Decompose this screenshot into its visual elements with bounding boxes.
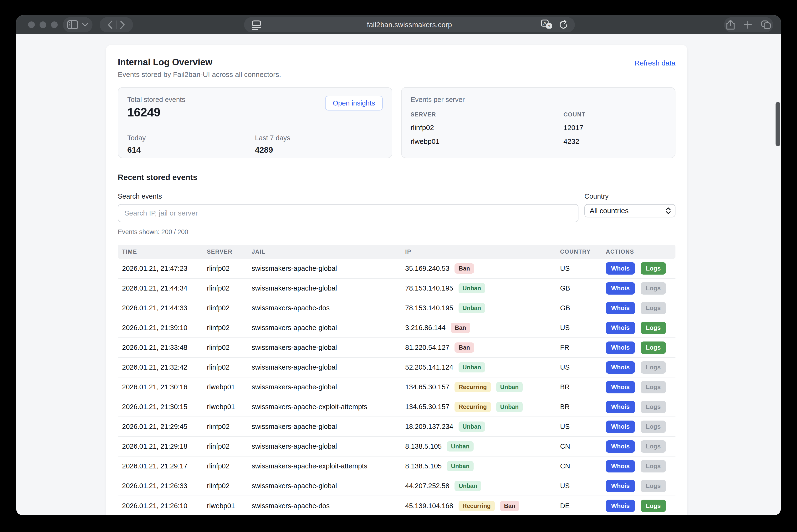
whois-button[interactable]: Whois (606, 460, 635, 473)
whois-button[interactable]: Whois (606, 421, 635, 433)
unban-badge: Unban (458, 283, 485, 293)
event-country: CN (560, 437, 605, 456)
event-table-row: 2026.01.21, 21:47:23 rlinfp02 swissmaker… (118, 259, 675, 278)
forward-button-icon[interactable] (120, 20, 125, 29)
logs-button[interactable]: Logs (641, 440, 666, 453)
page-format-icon[interactable] (251, 20, 262, 30)
chevron-down-icon[interactable] (82, 23, 88, 27)
events-per-server-card: Events per server SERVER COUNT rlinfp02 … (401, 87, 676, 158)
event-table-row: 2026.01.21, 21:29:18 rlinfp02 swissmaker… (118, 437, 675, 456)
event-time: 2026.01.21, 21:26:33 (118, 476, 207, 496)
event-country: US (560, 318, 605, 338)
svg-text:x̄: x̄ (548, 24, 550, 28)
event-country: US (560, 476, 605, 496)
event-time: 2026.01.21, 21:26:10 (118, 496, 207, 515)
recurring-badge: Recurring (458, 501, 495, 511)
event-time: 2026.01.21, 21:29:17 (118, 456, 207, 476)
whois-button[interactable]: Whois (606, 401, 635, 413)
event-time: 2026.01.21, 21:47:23 (118, 259, 207, 278)
event-server: rlwebp01 (207, 397, 251, 417)
event-jail: swissmakers-apache-global (251, 358, 405, 377)
logs-button[interactable]: Logs (641, 302, 666, 314)
logs-button[interactable]: Logs (641, 262, 666, 274)
event-table-row: 2026.01.21, 21:44:33 rlinfp02 swissmaker… (118, 298, 675, 318)
logs-button[interactable]: Logs (641, 401, 666, 413)
sidebar-toggle-icon[interactable] (67, 20, 78, 29)
event-table-row: 2026.01.21, 21:32:42 rlinfp02 swissmaker… (118, 358, 675, 377)
event-server: rlinfp02 (207, 417, 251, 437)
event-table-row: 2026.01.21, 21:29:17 rlinfp02 swissmaker… (118, 456, 675, 476)
column-header-ip: IP (405, 245, 560, 259)
today-value: 614 (127, 145, 255, 155)
logs-button[interactable]: Logs (641, 480, 666, 492)
logs-button[interactable]: Logs (641, 322, 666, 334)
open-insights-button[interactable]: Open insights (325, 96, 382, 111)
new-tab-plus-icon[interactable] (744, 20, 752, 29)
scrollbar-thumb[interactable] (776, 102, 780, 146)
event-jail: swissmakers-apache-global (251, 476, 405, 496)
server-name: rlwebp01 (411, 137, 564, 146)
select-chevrons-icon (666, 207, 671, 214)
server-column-header: SERVER (411, 111, 564, 118)
window-controls[interactable] (28, 21, 58, 28)
server-count: 12017 (563, 124, 666, 132)
total-events-card: Total stored events 16249 Open insights … (118, 87, 392, 158)
recurring-badge: Recurring (454, 402, 491, 412)
share-icon[interactable] (726, 20, 735, 30)
logs-button[interactable]: Logs (641, 361, 666, 374)
logs-button[interactable]: Logs (641, 421, 666, 433)
whois-button[interactable]: Whois (606, 361, 635, 374)
logs-button[interactable]: Logs (641, 381, 666, 394)
total-events-value: 16249 (127, 106, 185, 119)
whois-button[interactable]: Whois (606, 381, 635, 394)
event-ip-cell: 3.216.86.144Ban (405, 318, 560, 338)
event-time: 2026.01.21, 21:44:33 (118, 298, 207, 318)
sidebar-toggle-group[interactable] (63, 17, 92, 32)
whois-button[interactable]: Whois (606, 262, 635, 274)
reload-icon[interactable] (558, 20, 569, 30)
event-table-row: 2026.01.21, 21:26:10 rlwebp01 swissmaker… (118, 496, 675, 515)
event-server: rlinfp02 (207, 338, 251, 358)
event-jail: swissmakers-apache-global (251, 338, 405, 358)
event-ip-cell: 35.169.240.53Ban (405, 259, 560, 278)
zoom-window-button[interactable] (51, 21, 58, 28)
refresh-data-link[interactable]: Refresh data (634, 59, 675, 67)
url-text[interactable]: fail2ban.swissmakers.corp (367, 21, 452, 29)
minimize-window-button[interactable] (40, 21, 46, 28)
events-shown-counter: Events shown: 200 / 200 (118, 228, 675, 236)
event-time: 2026.01.21, 21:44:34 (118, 278, 207, 298)
event-country: GB (560, 278, 605, 298)
unban-badge: Unban (458, 421, 485, 432)
whois-button[interactable]: Whois (606, 500, 635, 512)
unban-badge: Unban (496, 402, 523, 412)
close-window-button[interactable] (28, 21, 35, 28)
server-count: 4232 (563, 137, 666, 146)
today-label: Today (127, 134, 255, 142)
back-button-icon[interactable] (108, 20, 113, 29)
column-header-country: COUNTRY (560, 245, 605, 259)
logs-button[interactable]: Logs (641, 282, 666, 294)
whois-button[interactable]: Whois (606, 302, 635, 314)
tab-overview-icon[interactable] (761, 20, 771, 30)
nav-divider (116, 20, 116, 29)
logs-button[interactable]: Logs (641, 341, 666, 354)
event-ip-cell: 45.139.104.168RecurringBan (405, 496, 560, 515)
logs-button[interactable]: Logs (641, 460, 666, 473)
whois-button[interactable]: Whois (606, 440, 635, 453)
whois-button[interactable]: Whois (606, 282, 635, 294)
event-ip: 78.153.140.195 (405, 304, 453, 312)
event-ip-cell: 78.153.140.195Unban (405, 298, 560, 318)
country-select[interactable]: All countries (584, 204, 675, 217)
event-server: rlwebp01 (207, 496, 251, 515)
ban-badge: Ban (454, 263, 474, 273)
address-bar[interactable]: fail2ban.swissmakers.corp A x̄ (244, 17, 575, 32)
unban-badge: Unban (458, 303, 485, 313)
event-country: US (560, 417, 605, 437)
logs-button[interactable]: Logs (641, 500, 666, 512)
whois-button[interactable]: Whois (606, 341, 635, 354)
translate-icon[interactable]: A x̄ (541, 20, 553, 30)
event-ip: 45.139.104.168 (405, 502, 453, 510)
search-input[interactable] (118, 204, 578, 222)
whois-button[interactable]: Whois (606, 480, 635, 492)
whois-button[interactable]: Whois (606, 322, 635, 334)
